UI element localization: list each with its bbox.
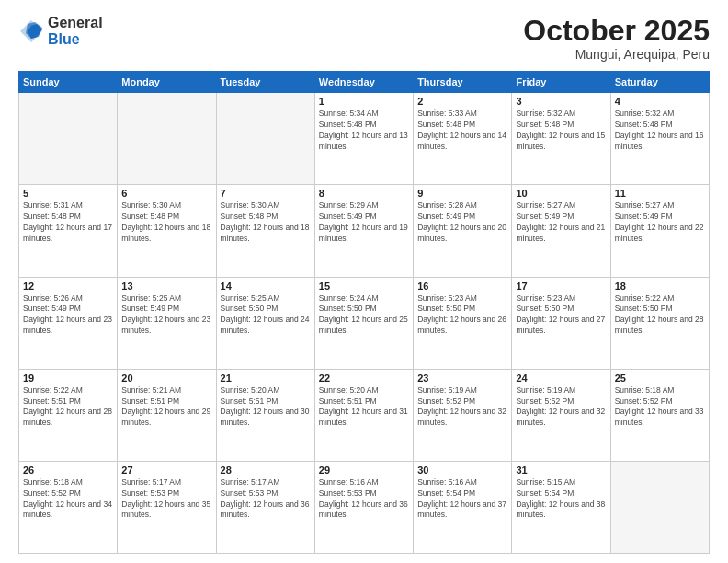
day-number: 1 bbox=[319, 96, 409, 107]
day-info: Sunrise: 5:19 AM Sunset: 5:52 PM Dayligh… bbox=[417, 385, 507, 430]
weekday-header-row: SundayMondayTuesdayWednesdayThursdayFrid… bbox=[19, 72, 710, 93]
day-info: Sunrise: 5:24 AM Sunset: 5:50 PM Dayligh… bbox=[319, 293, 409, 338]
calendar-cell bbox=[610, 461, 709, 553]
calendar-cell: 11Sunrise: 5:27 AM Sunset: 5:49 PM Dayli… bbox=[610, 185, 709, 277]
day-info: Sunrise: 5:33 AM Sunset: 5:48 PM Dayligh… bbox=[417, 109, 507, 153]
calendar-cell: 31Sunrise: 5:15 AM Sunset: 5:54 PM Dayli… bbox=[512, 461, 610, 553]
day-number: 17 bbox=[516, 281, 606, 292]
day-number: 14 bbox=[221, 281, 311, 292]
day-number: 26 bbox=[23, 465, 113, 476]
calendar-cell: 12Sunrise: 5:26 AM Sunset: 5:49 PM Dayli… bbox=[19, 277, 118, 369]
calendar-cell: 18Sunrise: 5:22 AM Sunset: 5:50 PM Dayli… bbox=[610, 277, 709, 369]
day-info: Sunrise: 5:30 AM Sunset: 5:48 PM Dayligh… bbox=[121, 201, 211, 245]
calendar-cell: 17Sunrise: 5:23 AM Sunset: 5:50 PM Dayli… bbox=[512, 277, 610, 369]
month-title: October 2025 bbox=[523, 15, 710, 47]
logo-icon bbox=[18, 18, 44, 44]
day-info: Sunrise: 5:27 AM Sunset: 5:49 PM Dayligh… bbox=[615, 201, 705, 245]
day-number: 28 bbox=[221, 465, 311, 476]
week-row-4: 26Sunrise: 5:18 AM Sunset: 5:52 PM Dayli… bbox=[19, 461, 710, 553]
calendar-cell: 23Sunrise: 5:19 AM Sunset: 5:52 PM Dayli… bbox=[414, 369, 512, 461]
calendar-cell: 26Sunrise: 5:18 AM Sunset: 5:52 PM Dayli… bbox=[19, 461, 118, 553]
day-info: Sunrise: 5:20 AM Sunset: 5:51 PM Dayligh… bbox=[221, 385, 311, 430]
logo-blue-text: Blue bbox=[48, 31, 103, 48]
calendar-cell: 20Sunrise: 5:21 AM Sunset: 5:51 PM Dayli… bbox=[118, 369, 216, 461]
day-number: 16 bbox=[417, 281, 507, 292]
weekday-header-friday: Friday bbox=[512, 72, 610, 93]
week-row-1: 5Sunrise: 5:31 AM Sunset: 5:48 PM Daylig… bbox=[19, 185, 710, 277]
day-info: Sunrise: 5:29 AM Sunset: 5:49 PM Dayligh… bbox=[319, 201, 409, 245]
day-number: 4 bbox=[615, 96, 705, 107]
day-number: 31 bbox=[516, 465, 606, 476]
day-number: 13 bbox=[121, 281, 211, 292]
day-number: 25 bbox=[615, 373, 705, 384]
logo-text: General Blue bbox=[48, 15, 103, 47]
calendar-cell: 1Sunrise: 5:34 AM Sunset: 5:48 PM Daylig… bbox=[314, 93, 413, 185]
calendar-cell: 28Sunrise: 5:17 AM Sunset: 5:53 PM Dayli… bbox=[216, 461, 314, 553]
calendar-cell: 9Sunrise: 5:28 AM Sunset: 5:49 PM Daylig… bbox=[414, 185, 512, 277]
day-info: Sunrise: 5:19 AM Sunset: 5:52 PM Dayligh… bbox=[516, 385, 606, 430]
calendar-cell: 2Sunrise: 5:33 AM Sunset: 5:48 PM Daylig… bbox=[414, 93, 512, 185]
title-block: October 2025 Mungui, Arequipa, Peru bbox=[523, 15, 710, 62]
week-row-0: 1Sunrise: 5:34 AM Sunset: 5:48 PM Daylig… bbox=[19, 93, 710, 185]
calendar-cell: 30Sunrise: 5:16 AM Sunset: 5:54 PM Dayli… bbox=[414, 461, 512, 553]
logo: General Blue bbox=[18, 15, 103, 47]
day-number: 7 bbox=[221, 188, 311, 199]
weekday-header-wednesday: Wednesday bbox=[314, 72, 413, 93]
day-info: Sunrise: 5:34 AM Sunset: 5:48 PM Dayligh… bbox=[319, 109, 409, 153]
calendar-cell: 4Sunrise: 5:32 AM Sunset: 5:48 PM Daylig… bbox=[610, 93, 709, 185]
week-row-3: 19Sunrise: 5:22 AM Sunset: 5:51 PM Dayli… bbox=[19, 369, 710, 461]
calendar-cell bbox=[19, 93, 118, 185]
calendar-cell: 3Sunrise: 5:32 AM Sunset: 5:48 PM Daylig… bbox=[512, 93, 610, 185]
logo-general: General bbox=[48, 15, 103, 31]
weekday-header-monday: Monday bbox=[118, 72, 216, 93]
weekday-header-thursday: Thursday bbox=[414, 72, 512, 93]
day-info: Sunrise: 5:23 AM Sunset: 5:50 PM Dayligh… bbox=[417, 293, 507, 338]
day-number: 27 bbox=[121, 465, 211, 476]
day-info: Sunrise: 5:17 AM Sunset: 5:53 PM Dayligh… bbox=[121, 477, 211, 522]
calendar-cell: 5Sunrise: 5:31 AM Sunset: 5:48 PM Daylig… bbox=[19, 185, 118, 277]
weekday-header-saturday: Saturday bbox=[610, 72, 709, 93]
day-number: 22 bbox=[319, 373, 409, 384]
day-number: 19 bbox=[23, 373, 113, 384]
day-info: Sunrise: 5:15 AM Sunset: 5:54 PM Dayligh… bbox=[516, 477, 606, 522]
day-info: Sunrise: 5:32 AM Sunset: 5:48 PM Dayligh… bbox=[516, 109, 606, 153]
calendar-cell: 8Sunrise: 5:29 AM Sunset: 5:49 PM Daylig… bbox=[314, 185, 413, 277]
weekday-header-tuesday: Tuesday bbox=[216, 72, 314, 93]
day-info: Sunrise: 5:25 AM Sunset: 5:49 PM Dayligh… bbox=[121, 293, 211, 338]
day-number: 8 bbox=[319, 188, 409, 199]
calendar-cell: 21Sunrise: 5:20 AM Sunset: 5:51 PM Dayli… bbox=[216, 369, 314, 461]
page: General Blue October 2025 Mungui, Arequi… bbox=[0, 0, 728, 563]
header: General Blue October 2025 Mungui, Arequi… bbox=[18, 15, 710, 62]
day-info: Sunrise: 5:17 AM Sunset: 5:53 PM Dayligh… bbox=[221, 477, 311, 522]
calendar-cell: 14Sunrise: 5:25 AM Sunset: 5:50 PM Dayli… bbox=[216, 277, 314, 369]
calendar-cell: 6Sunrise: 5:30 AM Sunset: 5:48 PM Daylig… bbox=[118, 185, 216, 277]
day-info: Sunrise: 5:32 AM Sunset: 5:48 PM Dayligh… bbox=[615, 109, 705, 153]
calendar-cell: 19Sunrise: 5:22 AM Sunset: 5:51 PM Dayli… bbox=[19, 369, 118, 461]
day-number: 5 bbox=[23, 188, 113, 199]
day-info: Sunrise: 5:16 AM Sunset: 5:54 PM Dayligh… bbox=[417, 477, 507, 522]
week-row-2: 12Sunrise: 5:26 AM Sunset: 5:49 PM Dayli… bbox=[19, 277, 710, 369]
day-info: Sunrise: 5:31 AM Sunset: 5:48 PM Dayligh… bbox=[23, 201, 113, 245]
day-number: 21 bbox=[221, 373, 311, 384]
day-info: Sunrise: 5:27 AM Sunset: 5:49 PM Dayligh… bbox=[516, 201, 606, 245]
weekday-header-sunday: Sunday bbox=[19, 72, 118, 93]
day-info: Sunrise: 5:21 AM Sunset: 5:51 PM Dayligh… bbox=[121, 385, 211, 430]
calendar-cell: 15Sunrise: 5:24 AM Sunset: 5:50 PM Dayli… bbox=[314, 277, 413, 369]
calendar-cell bbox=[118, 93, 216, 185]
calendar-cell: 22Sunrise: 5:20 AM Sunset: 5:51 PM Dayli… bbox=[314, 369, 413, 461]
calendar-cell bbox=[216, 93, 314, 185]
day-number: 11 bbox=[615, 188, 705, 199]
calendar-cell: 16Sunrise: 5:23 AM Sunset: 5:50 PM Dayli… bbox=[414, 277, 512, 369]
day-info: Sunrise: 5:20 AM Sunset: 5:51 PM Dayligh… bbox=[319, 385, 409, 430]
day-number: 15 bbox=[319, 281, 409, 292]
day-number: 12 bbox=[23, 281, 113, 292]
day-info: Sunrise: 5:18 AM Sunset: 5:52 PM Dayligh… bbox=[615, 385, 705, 430]
calendar-cell: 25Sunrise: 5:18 AM Sunset: 5:52 PM Dayli… bbox=[610, 369, 709, 461]
day-info: Sunrise: 5:23 AM Sunset: 5:50 PM Dayligh… bbox=[516, 293, 606, 338]
day-number: 30 bbox=[417, 465, 507, 476]
calendar-cell: 27Sunrise: 5:17 AM Sunset: 5:53 PM Dayli… bbox=[118, 461, 216, 553]
calendar-cell: 7Sunrise: 5:30 AM Sunset: 5:48 PM Daylig… bbox=[216, 185, 314, 277]
calendar-cell: 10Sunrise: 5:27 AM Sunset: 5:49 PM Dayli… bbox=[512, 185, 610, 277]
day-info: Sunrise: 5:25 AM Sunset: 5:50 PM Dayligh… bbox=[221, 293, 311, 338]
day-info: Sunrise: 5:26 AM Sunset: 5:49 PM Dayligh… bbox=[23, 293, 113, 338]
